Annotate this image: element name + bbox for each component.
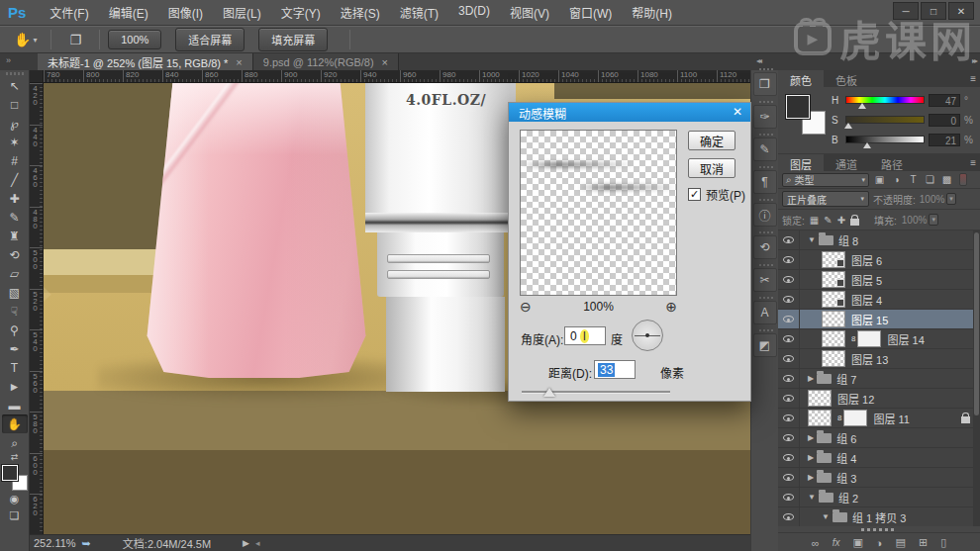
preview-checkbox[interactable]: ✓ <box>688 188 701 201</box>
slider-value[interactable]: 0 <box>929 114 960 127</box>
clone-source-panel-icon[interactable]: ✎ <box>753 138 777 161</box>
visibility-eye-icon[interactable] <box>783 236 794 243</box>
menu-item[interactable]: 选择(S) <box>331 0 390 25</box>
angle-dial[interactable] <box>632 320 663 351</box>
layer-thumbnail[interactable] <box>822 291 845 308</box>
path-selection-tool[interactable]: ► <box>2 377 28 396</box>
collapse-arrow-icon[interactable]: ▼ <box>808 493 816 502</box>
slider-thumb[interactable] <box>858 103 866 109</box>
close-button[interactable]: ✕ <box>948 2 974 20</box>
slider-value[interactable]: 21 <box>929 134 960 146</box>
layer-row[interactable]: 8图层 11 <box>778 409 980 428</box>
smudge-tool[interactable]: ☟ <box>2 302 28 321</box>
visibility-eye-icon[interactable] <box>783 316 794 322</box>
crop-tool[interactable]: # <box>2 151 28 170</box>
add-layer-mask-icon[interactable]: ▣ <box>852 536 862 549</box>
visibility-eye-icon[interactable] <box>783 375 794 382</box>
layer-filter-type-select[interactable]: ⌕ 类型 ▾ <box>782 173 869 187</box>
menu-item[interactable]: 视图(V) <box>500 0 559 25</box>
menu-item[interactable]: 图层(L) <box>213 0 271 25</box>
lock-all-icon[interactable] <box>850 219 859 226</box>
minimize-button[interactable]: ─ <box>893 2 919 20</box>
visibility-eye-icon[interactable] <box>783 335 794 342</box>
delete-layer-icon[interactable]: ▯ <box>940 536 946 549</box>
group-row[interactable]: ▼组 1 拷贝 3 <box>778 507 980 526</box>
panels-collapse-icon[interactable]: ▸▸ <box>972 56 976 65</box>
dialog-preview-area[interactable] <box>520 130 677 296</box>
tool-presets-panel-icon[interactable]: ✂ <box>753 268 777 292</box>
tab-close-icon[interactable]: × <box>236 56 242 68</box>
lock-transparency-icon[interactable]: ▦ <box>810 215 819 226</box>
expand-arrow-icon[interactable]: ▶ <box>808 453 814 462</box>
history-brush-tool[interactable]: ⟲ <box>2 245 28 264</box>
tool-preset-caret-icon[interactable]: ▾ <box>33 36 37 45</box>
expand-arrow-icon[interactable]: ▶ <box>808 433 814 442</box>
visibility-eye-icon[interactable] <box>783 513 794 520</box>
menu-item[interactable]: 帮助(H) <box>622 0 682 25</box>
layer-thumbnail[interactable] <box>808 390 832 407</box>
shape-layer-filter-icon[interactable]: ❏ <box>923 174 937 185</box>
group-row[interactable]: ▶组 6 <box>778 428 980 448</box>
tab-color[interactable]: 颜色 <box>778 70 824 87</box>
visibility-eye-icon[interactable] <box>783 434 794 441</box>
menu-item[interactable]: 文件(F) <box>40 0 98 25</box>
group-row[interactable]: ▼组 8 <box>778 230 980 250</box>
toolbox-collapse-icon[interactable]: » <box>0 53 38 70</box>
tab-swatches[interactable]: 色板 <box>824 70 869 87</box>
ruler-corner[interactable] <box>30 70 44 83</box>
adjustments-panel-icon[interactable]: ◩ <box>753 333 777 357</box>
visibility-eye-icon[interactable] <box>783 454 794 461</box>
layer-row[interactable]: 图层 13 <box>778 349 980 369</box>
new-group-icon[interactable]: ▤ <box>896 536 906 549</box>
eraser-tool[interactable]: ▱ <box>2 264 28 283</box>
export-icon[interactable]: ➥ <box>82 537 91 550</box>
visibility-eye-icon[interactable] <box>783 474 794 481</box>
pixel-layer-filter-icon[interactable]: ▣ <box>872 174 887 185</box>
zoom-100-button[interactable]: 100% <box>108 30 161 49</box>
distance-slider[interactable] <box>522 387 670 399</box>
sat-slider[interactable] <box>845 116 925 124</box>
quick-mask-icon[interactable]: ◉ <box>2 491 28 507</box>
rectangle-tool[interactable]: ▬ <box>2 396 28 414</box>
layers-scrollbar[interactable] <box>973 230 980 526</box>
visibility-eye-icon[interactable] <box>783 494 794 501</box>
layer-row[interactable]: 8图层 14 <box>778 329 980 349</box>
layer-thumbnail[interactable] <box>822 350 845 367</box>
healing-brush-tool[interactable]: ✚ <box>2 189 28 208</box>
character-panel-icon[interactable]: A <box>753 301 777 324</box>
mask-link-icon[interactable]: 8 <box>837 413 841 422</box>
slider-thumb[interactable] <box>543 388 555 397</box>
history-panel-icon[interactable]: ⟲ <box>753 235 777 259</box>
tab-close-icon[interactable]: × <box>382 56 388 68</box>
zoom-out-icon[interactable]: ⊖ <box>520 299 532 315</box>
vertical-ruler[interactable]: 420440460480500520540560580600620640 <box>30 83 44 534</box>
gradient-tool[interactable]: ▧ <box>2 283 28 302</box>
lock-position-icon[interactable]: ✚ <box>837 215 845 226</box>
scrollbar-thumb[interactable] <box>974 232 979 415</box>
toolbox-grip[interactable] <box>6 72 24 75</box>
type-layer-filter-icon[interactable]: T <box>906 174 921 185</box>
lasso-tool[interactable]: ℘ <box>2 114 28 133</box>
bri-slider[interactable] <box>845 136 925 143</box>
collapse-arrow-icon[interactable]: ▼ <box>822 512 830 521</box>
layer-effects-icon[interactable]: fx <box>833 537 840 548</box>
mask-link-icon[interactable]: 8 <box>851 334 855 343</box>
dodge-tool[interactable]: ⚲ <box>2 321 28 339</box>
ok-button[interactable]: 确定 <box>688 131 735 150</box>
hue-slider[interactable] <box>845 96 925 104</box>
visibility-eye-icon[interactable] <box>783 395 794 402</box>
layer-thumbnail[interactable] <box>822 311 845 327</box>
screen-mode-icon[interactable]: ❏ <box>2 507 28 524</box>
menu-item[interactable]: 图像(I) <box>158 0 213 25</box>
visibility-eye-icon[interactable] <box>783 355 794 362</box>
zoom-in-icon[interactable]: ⊕ <box>665 299 677 315</box>
layer-row[interactable]: 图层 15 <box>778 310 980 329</box>
group-row[interactable]: ▶组 4 <box>778 448 980 468</box>
layer-thumbnail[interactable] <box>808 410 832 426</box>
expand-arrow-icon[interactable]: ▶ <box>808 374 814 383</box>
slider-thumb[interactable] <box>844 123 852 129</box>
slider-value[interactable]: 47 <box>929 94 960 107</box>
visibility-eye-icon[interactable] <box>783 256 794 263</box>
eyedropper-tool[interactable]: ╱ <box>2 170 28 189</box>
layer-thumbnail[interactable] <box>822 251 845 268</box>
